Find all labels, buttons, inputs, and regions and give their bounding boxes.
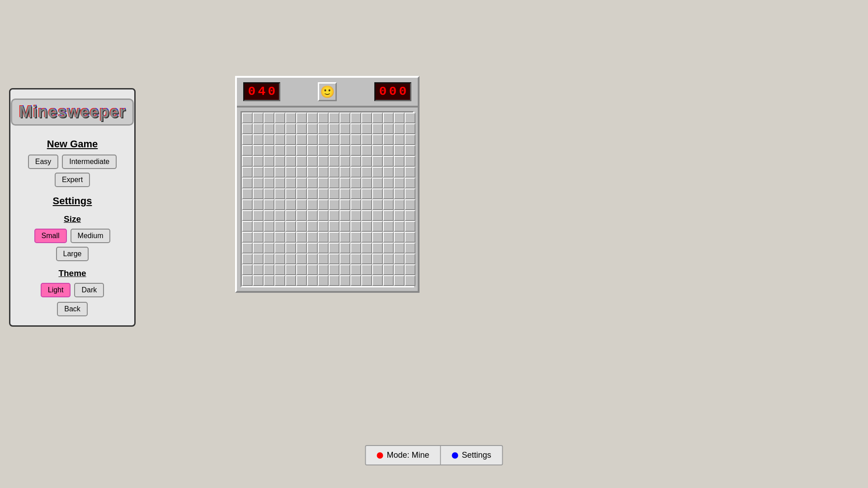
cell[interactable] xyxy=(318,188,329,199)
cell[interactable] xyxy=(242,167,253,178)
cell[interactable] xyxy=(264,232,274,243)
cell[interactable] xyxy=(242,178,253,188)
cell[interactable] xyxy=(383,221,394,232)
cell[interactable] xyxy=(340,167,350,178)
cell[interactable] xyxy=(329,264,340,275)
cell[interactable] xyxy=(274,243,285,253)
cell[interactable] xyxy=(361,253,372,264)
cell[interactable] xyxy=(307,145,318,156)
cell[interactable] xyxy=(350,145,361,156)
cell[interactable] xyxy=(264,210,274,221)
cell[interactable] xyxy=(405,275,415,286)
cell[interactable] xyxy=(318,113,329,123)
cell[interactable] xyxy=(394,243,405,253)
cell[interactable] xyxy=(296,156,307,167)
cell[interactable] xyxy=(307,178,318,188)
cell[interactable] xyxy=(383,275,394,286)
cell[interactable] xyxy=(361,134,372,145)
cell[interactable] xyxy=(285,188,296,199)
cell[interactable] xyxy=(361,264,372,275)
cell[interactable] xyxy=(372,221,383,232)
cell[interactable] xyxy=(264,167,274,178)
cell[interactable] xyxy=(383,113,394,123)
cell[interactable] xyxy=(242,275,253,286)
expert-button[interactable]: Expert xyxy=(55,173,90,187)
cell[interactable] xyxy=(383,253,394,264)
cell[interactable] xyxy=(285,134,296,145)
cell[interactable] xyxy=(340,253,350,264)
cell[interactable] xyxy=(307,188,318,199)
cell[interactable] xyxy=(307,232,318,243)
cell[interactable] xyxy=(253,232,264,243)
cell[interactable] xyxy=(372,134,383,145)
cell[interactable] xyxy=(253,113,264,123)
cell[interactable] xyxy=(253,156,264,167)
cell[interactable] xyxy=(329,275,340,286)
cell[interactable] xyxy=(253,134,264,145)
cell[interactable] xyxy=(350,243,361,253)
cell[interactable] xyxy=(329,253,340,264)
cell[interactable] xyxy=(264,123,274,134)
cell[interactable] xyxy=(264,134,274,145)
cell[interactable] xyxy=(350,253,361,264)
cell[interactable] xyxy=(394,275,405,286)
cell[interactable] xyxy=(329,243,340,253)
cell[interactable] xyxy=(394,123,405,134)
cell[interactable] xyxy=(383,210,394,221)
cell[interactable] xyxy=(350,113,361,123)
cell[interactable] xyxy=(350,210,361,221)
cell[interactable] xyxy=(285,264,296,275)
cell[interactable] xyxy=(253,221,264,232)
cell[interactable] xyxy=(296,178,307,188)
dark-button[interactable]: Dark xyxy=(74,283,104,297)
cell[interactable] xyxy=(405,243,415,253)
cell[interactable] xyxy=(296,275,307,286)
cell[interactable] xyxy=(350,156,361,167)
cell[interactable] xyxy=(274,199,285,210)
settings-button[interactable]: Settings xyxy=(441,446,502,465)
cell[interactable] xyxy=(405,134,415,145)
cell[interactable] xyxy=(329,145,340,156)
cell[interactable] xyxy=(274,113,285,123)
cell[interactable] xyxy=(394,178,405,188)
cell[interactable] xyxy=(361,221,372,232)
cell[interactable] xyxy=(372,264,383,275)
cell[interactable] xyxy=(253,264,264,275)
cell[interactable] xyxy=(274,134,285,145)
cell[interactable] xyxy=(318,232,329,243)
cell[interactable] xyxy=(242,123,253,134)
cell[interactable] xyxy=(285,178,296,188)
cell[interactable] xyxy=(372,123,383,134)
cell[interactable] xyxy=(296,221,307,232)
cell[interactable] xyxy=(296,243,307,253)
cell[interactable] xyxy=(253,275,264,286)
cell[interactable] xyxy=(296,113,307,123)
cell[interactable] xyxy=(296,188,307,199)
cell[interactable] xyxy=(405,188,415,199)
cell[interactable] xyxy=(264,243,274,253)
cell[interactable] xyxy=(340,221,350,232)
cell[interactable] xyxy=(264,264,274,275)
cell[interactable] xyxy=(340,134,350,145)
medium-button[interactable]: Medium xyxy=(71,229,111,243)
cell[interactable] xyxy=(361,188,372,199)
cell[interactable] xyxy=(340,156,350,167)
back-button[interactable]: Back xyxy=(57,302,88,316)
cell[interactable] xyxy=(264,156,274,167)
cell[interactable] xyxy=(329,221,340,232)
cell[interactable] xyxy=(372,210,383,221)
cell[interactable] xyxy=(405,178,415,188)
cell[interactable] xyxy=(350,232,361,243)
cell[interactable] xyxy=(285,145,296,156)
cell[interactable] xyxy=(405,210,415,221)
cell[interactable] xyxy=(329,134,340,145)
cell[interactable] xyxy=(394,232,405,243)
cell[interactable] xyxy=(383,199,394,210)
cell[interactable] xyxy=(296,167,307,178)
cell[interactable] xyxy=(329,167,340,178)
cell[interactable] xyxy=(361,210,372,221)
cell[interactable] xyxy=(394,221,405,232)
cell[interactable] xyxy=(242,264,253,275)
cell[interactable] xyxy=(383,188,394,199)
cell[interactable] xyxy=(394,210,405,221)
